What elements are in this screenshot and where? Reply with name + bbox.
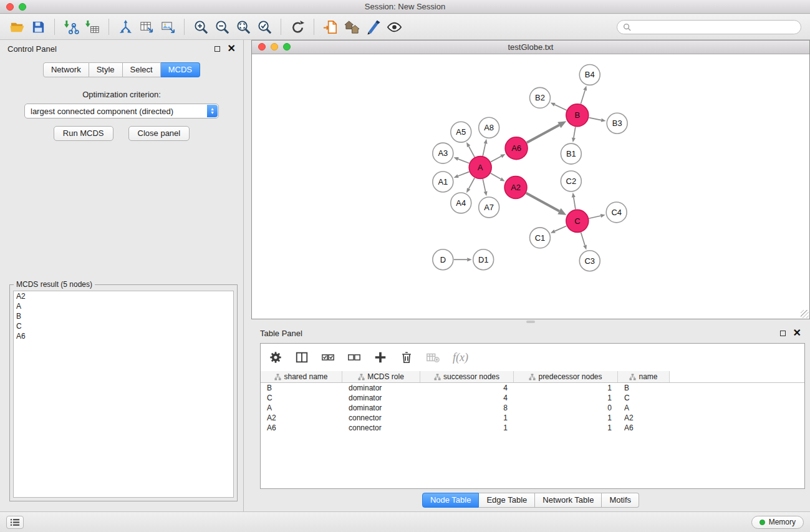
document-transfer-icon[interactable] — [320, 17, 341, 37]
horizontal-splitter-handle[interactable] — [526, 321, 535, 323]
close-panel-icon[interactable]: ✕ — [228, 45, 236, 52]
network-node-B3[interactable]: B3 — [607, 113, 627, 133]
zoom-selected-icon[interactable] — [254, 17, 275, 37]
tab-edge-table[interactable]: Edge Table — [479, 493, 535, 508]
new-table-icon[interactable] — [136, 17, 157, 37]
refresh-layout-icon[interactable] — [287, 17, 308, 37]
memory-button[interactable]: Memory — [751, 516, 804, 529]
network-node-A3[interactable]: A3 — [433, 143, 453, 163]
network-node-A2[interactable]: A2 — [504, 177, 527, 199]
zoom-window-button[interactable] — [19, 3, 26, 11]
network-node-B1[interactable]: B1 — [561, 143, 581, 164]
network-edge-B-B3[interactable] — [589, 118, 601, 120]
network-edge-A-A1[interactable] — [458, 172, 470, 176]
add-column-icon[interactable] — [372, 349, 389, 366]
mcds-result-item[interactable]: A2 — [14, 291, 233, 301]
mcds-result-item[interactable]: C — [14, 321, 233, 331]
gear-icon[interactable] — [267, 349, 284, 366]
search-input[interactable] — [634, 22, 795, 31]
column-header-MCDS-role[interactable]: MCDS role — [342, 371, 420, 382]
network-edge-C-C3[interactable] — [581, 232, 585, 245]
network-node-A1[interactable]: A1 — [433, 172, 453, 192]
tab-network-table[interactable]: Network Table — [535, 493, 602, 508]
table-row[interactable]: A2connector11A2 — [261, 413, 804, 423]
table-row[interactable]: Adominator80A — [261, 403, 804, 413]
network-canvas[interactable]: B4B2BB3A5A8A6B1A3AC2A1A2A4A7C4CC1C3DD1 — [252, 55, 809, 319]
network-node-C1[interactable]: C1 — [530, 228, 551, 248]
zoom-out-icon[interactable] — [211, 17, 233, 37]
network-edge-B-B4[interactable] — [581, 90, 585, 104]
network-edge-A2-C[interactable] — [526, 193, 559, 211]
tab-style[interactable]: Style — [89, 62, 123, 77]
network-node-B2[interactable]: B2 — [530, 87, 551, 108]
network-node-A[interactable]: A — [469, 157, 491, 179]
network-node-B4[interactable]: B4 — [579, 64, 600, 85]
network-edge-A-A8[interactable] — [483, 143, 485, 156]
open-session-icon[interactable] — [6, 17, 27, 37]
network-node-A5[interactable]: A5 — [451, 122, 471, 142]
resize-grip[interactable] — [801, 310, 809, 318]
network-edge-A-A4[interactable] — [469, 178, 475, 188]
float-panel-icon[interactable] — [215, 46, 220, 52]
network-edge-C-C1[interactable] — [555, 226, 567, 231]
mcds-result-item[interactable]: A6 — [14, 331, 233, 341]
optimization-criterion-select[interactable]: largest connected component (directed) ▲… — [24, 104, 219, 118]
run-mcds-button[interactable]: Run MCDS — [54, 126, 113, 141]
network-node-B[interactable]: B — [566, 104, 589, 127]
network-edge-C-C4[interactable] — [589, 216, 600, 218]
close-network-window-button[interactable] — [258, 43, 266, 51]
network-node-D1[interactable]: D1 — [473, 249, 494, 270]
mcds-result-item[interactable]: B — [14, 311, 233, 321]
table-row[interactable]: A6connector11A6 — [261, 423, 804, 433]
task-history-button[interactable] — [6, 516, 24, 529]
import-table-icon[interactable] — [82, 17, 103, 37]
close-table-panel-icon[interactable]: ✕ — [793, 329, 801, 337]
minimize-network-window-button[interactable] — [271, 43, 278, 51]
network-node-A4[interactable]: A4 — [451, 193, 471, 213]
network-node-C2[interactable]: C2 — [561, 171, 581, 191]
import-network-icon[interactable] — [60, 17, 82, 37]
tab-select[interactable]: Select — [123, 62, 161, 77]
pen-icon[interactable] — [362, 17, 383, 37]
network-node-D[interactable]: D — [433, 249, 453, 270]
network-edge-A-A2[interactable] — [491, 173, 501, 179]
save-session-icon[interactable] — [27, 17, 49, 37]
tab-motifs[interactable]: Motifs — [602, 493, 639, 508]
network-edge-A-A5[interactable] — [469, 146, 475, 157]
close-panel-button[interactable]: Close panel — [128, 126, 190, 141]
network-node-C3[interactable]: C3 — [579, 251, 600, 271]
zoom-fit-icon[interactable] — [233, 17, 254, 37]
tab-node-table[interactable]: Node Table — [422, 493, 480, 508]
eye-icon[interactable] — [383, 17, 405, 37]
select-all-columns-icon[interactable] — [319, 349, 337, 366]
search-field[interactable] — [617, 20, 801, 34]
close-window-button[interactable] — [6, 3, 14, 11]
export-image-icon[interactable] — [157, 17, 178, 37]
network-edge-C-C2[interactable] — [574, 197, 576, 209]
tab-mcds[interactable]: MCDS — [161, 62, 200, 77]
homes-icon[interactable] — [341, 17, 362, 37]
network-edge-B-B1[interactable] — [574, 127, 576, 138]
network-node-C4[interactable]: C4 — [606, 202, 627, 223]
network-node-A6[interactable]: A6 — [505, 137, 528, 160]
network-edge-A6-B[interactable] — [527, 125, 559, 142]
column-header-shared-name[interactable]: shared name — [261, 371, 342, 382]
network-graph[interactable]: B4B2BB3A5A8A6B1A3AC2A1A2A4A7C4CC1C3DD1 — [252, 55, 809, 319]
network-edge-B-B2[interactable] — [555, 105, 567, 110]
network-node-A8[interactable]: A8 — [479, 117, 499, 138]
tab-network[interactable]: Network — [43, 62, 89, 77]
delete-column-icon[interactable] — [398, 349, 415, 366]
mcds-result-list[interactable]: A2ABCA6 — [13, 291, 234, 498]
column-header-name[interactable]: name — [618, 371, 670, 382]
table-row[interactable]: Bdominator41B — [261, 383, 804, 393]
unselect-all-columns-icon[interactable] — [345, 349, 363, 366]
zoom-network-window-button[interactable] — [283, 43, 291, 51]
columns-icon[interactable] — [293, 349, 311, 366]
table-row[interactable]: Cdominator41C — [261, 393, 804, 403]
network-node-C[interactable]: C — [566, 210, 589, 232]
network-edge-A-A7[interactable] — [483, 179, 485, 191]
mcds-result-item[interactable]: A — [14, 301, 233, 311]
new-network-icon[interactable] — [115, 17, 136, 37]
network-edge-A-A6[interactable] — [491, 157, 501, 162]
column-header-predecessor-nodes[interactable]: predecessor nodes — [514, 371, 618, 382]
